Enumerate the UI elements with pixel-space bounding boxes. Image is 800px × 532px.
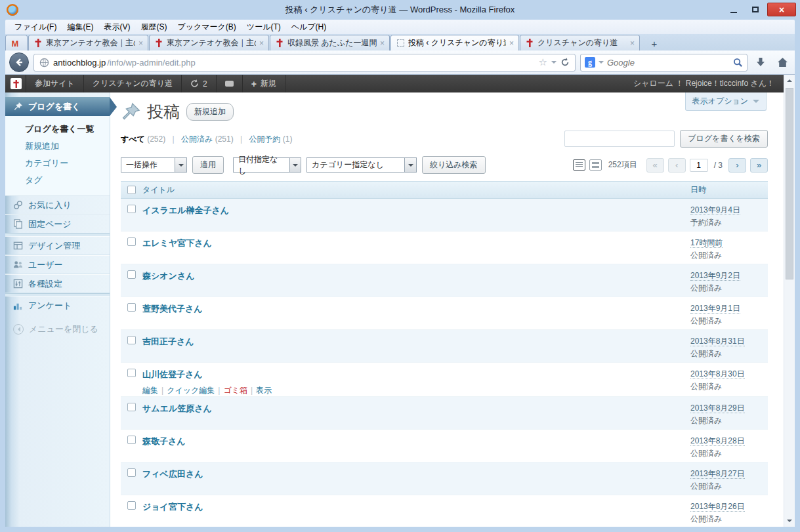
menu-tools[interactable]: ツール(T) [242, 20, 286, 35]
menu-history[interactable]: 履歴(S) [135, 20, 172, 35]
column-date[interactable]: 日時 [690, 184, 768, 195]
tab-blog[interactable]: クリスチャンの寄り道 [520, 35, 640, 51]
row-checkbox[interactable] [127, 336, 136, 344]
row-checkbox[interactable] [127, 468, 136, 477]
magnifier-icon[interactable] [733, 58, 743, 68]
search-box[interactable]: g [580, 54, 747, 72]
web-search-input[interactable] [607, 58, 730, 68]
list-view-icon[interactable] [573, 159, 585, 171]
submenu-tags[interactable]: タグ [5, 172, 110, 189]
current-page-input[interactable] [690, 159, 708, 172]
adminbar-greeting[interactable]: シャローム ！ Rejoice！tlcccinfo さん！ [633, 78, 784, 89]
tab-antioch-2[interactable]: 東京アンテオケ教会｜主の十字架ク... [149, 35, 269, 51]
close-button[interactable]: × [767, 3, 796, 16]
site-logo-icon[interactable] [11, 78, 22, 89]
new-tab-button[interactable] [644, 36, 664, 51]
search-posts-button[interactable]: ブログを書くを検索 [680, 130, 768, 148]
site-identity-icon[interactable] [39, 58, 49, 68]
post-title-link[interactable]: イスラエル榊全子さん [142, 205, 229, 215]
adminbar-network[interactable]: 参加サイト [26, 75, 84, 92]
tab-gmail[interactable]: M [5, 35, 28, 51]
filter-button[interactable]: 絞り込み検索 [422, 156, 486, 174]
row-checkbox[interactable] [127, 501, 136, 510]
sidebar-item-design[interactable]: デザイン管理 [5, 236, 110, 255]
tab-close-icon[interactable] [509, 39, 514, 47]
column-title[interactable]: タイトル [142, 184, 690, 195]
home-icon[interactable] [774, 54, 791, 71]
category-filter-select[interactable]: カテゴリー指定なし [306, 157, 417, 173]
reload-icon[interactable] [560, 58, 570, 67]
view-published-link[interactable]: 公開済み [181, 134, 213, 144]
post-title-link[interactable]: 山川佐登子さん [142, 369, 203, 379]
post-title-link[interactable]: フィベ広田さん [142, 469, 203, 479]
posts-search-input[interactable] [564, 131, 675, 147]
maximize-button[interactable] [746, 3, 765, 16]
post-title-link[interactable]: 森シオンさん [142, 271, 195, 281]
sidebar-item-settings[interactable]: 各種設定 [5, 274, 110, 293]
sidebar-item-users[interactable]: ユーザー [5, 255, 110, 274]
collapse-menu-button[interactable]: メニューを閉じる [5, 315, 110, 344]
row-action-edit[interactable]: 編集 [142, 386, 158, 395]
row-checkbox[interactable] [127, 303, 136, 312]
row-checkbox[interactable] [127, 205, 136, 213]
row-checkbox[interactable] [127, 403, 136, 411]
tab-close-icon[interactable] [380, 39, 385, 47]
bulk-actions-select[interactable]: 一括操作 [121, 157, 187, 173]
row-action-quick-edit[interactable]: クイック編集 [167, 386, 215, 395]
row-action-view[interactable]: 表示 [256, 386, 272, 395]
view-all-link[interactable]: すべて [121, 134, 145, 144]
post-title-link[interactable]: 森敬子さん [142, 436, 186, 446]
bookmark-star-icon[interactable]: ☆ [539, 56, 547, 68]
date-filter-select[interactable]: 日付指定なし [233, 157, 301, 173]
post-title-link[interactable]: サムエル笠原さん [142, 403, 212, 413]
url-bar[interactable]: antiochblog.jp/info/wp-admin/edit.php ☆ [33, 54, 576, 72]
tab-recording[interactable]: 収録風景 あたふた一週間 [270, 35, 390, 51]
scrollbar-thumb[interactable] [786, 88, 793, 279]
post-title-link[interactable]: エレミヤ宮下さん [142, 238, 212, 248]
next-page-button[interactable]: › [728, 158, 746, 173]
submenu-post-list[interactable]: ブログを書く一覧 [5, 121, 110, 138]
menu-edit[interactable]: 編集(E) [62, 20, 98, 35]
firefox-icon[interactable] [7, 4, 18, 16]
menu-view[interactable]: 表示(V) [98, 20, 135, 35]
post-title-link[interactable]: 萱野美代子さん [142, 304, 203, 314]
tab-posts-active[interactable]: 投稿 ‹ クリスチャンの寄り道 — Wo... [390, 35, 519, 51]
submenu-add-new[interactable]: 新規追加 [5, 138, 110, 155]
tab-antioch-1[interactable]: 東京アンテオケ教会｜主の十字架ク... [28, 35, 148, 51]
view-scheduled-link[interactable]: 公開予約 [249, 134, 280, 144]
minimize-button[interactable] [724, 3, 743, 16]
adminbar-new[interactable]: 新規 [243, 75, 285, 92]
tab-close-icon[interactable] [630, 39, 635, 47]
row-checkbox[interactable] [127, 369, 136, 377]
screen-options-button[interactable]: 表示オプション [685, 92, 767, 111]
apply-button[interactable]: 適用 [192, 156, 224, 174]
adminbar-updates[interactable]: 2 [182, 75, 217, 92]
menu-bookmarks[interactable]: ブックマーク(B) [172, 20, 241, 35]
scroll-up-icon[interactable] [784, 75, 795, 86]
menu-help[interactable]: ヘルプ(H) [286, 20, 332, 35]
downloads-icon[interactable] [752, 54, 769, 71]
adminbar-comments[interactable] [217, 75, 243, 92]
excerpt-view-icon[interactable] [589, 159, 602, 171]
row-checkbox[interactable] [127, 237, 136, 246]
sidebar-item-write-blog[interactable]: ブログを書く [5, 97, 110, 116]
post-title-link[interactable]: ジョイ宮下さん [142, 502, 203, 512]
search-engine-dropdown-icon[interactable] [599, 61, 604, 66]
browser-scrollbar[interactable] [784, 75, 795, 527]
submenu-categories[interactable]: カテゴリー [5, 155, 110, 172]
sidebar-item-favorites[interactable]: お気に入り [5, 195, 110, 215]
post-title-link[interactable]: 吉田正子さん [142, 337, 194, 346]
back-button[interactable] [9, 52, 29, 72]
row-action-trash[interactable]: ゴミ箱 [223, 386, 247, 395]
last-page-button[interactable]: » [750, 158, 768, 173]
sidebar-item-pages[interactable]: 固定ページ [5, 215, 110, 234]
add-new-button[interactable]: 新規追加 [186, 103, 234, 121]
tab-close-icon[interactable] [259, 39, 264, 47]
adminbar-site[interactable]: クリスチャンの寄り道 [84, 75, 182, 92]
row-checkbox[interactable] [127, 436, 136, 444]
sidebar-item-survey[interactable]: アンケート [5, 296, 110, 315]
row-checkbox[interactable] [127, 270, 136, 279]
menu-file[interactable]: ファイル(F) [9, 20, 62, 35]
tab-close-icon[interactable] [138, 39, 143, 47]
select-all-checkbox[interactable] [127, 186, 136, 194]
